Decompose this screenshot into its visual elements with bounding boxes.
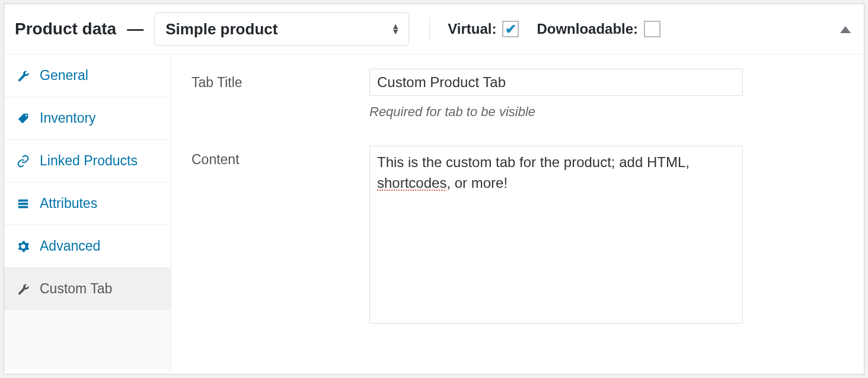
svg-rect-2 (18, 203, 28, 205)
panel-body: General Inventory Linked Products (4, 55, 864, 370)
tab-label: Advanced (40, 238, 100, 254)
product-type-select[interactable]: Simple product (154, 12, 409, 46)
tab-title-input[interactable] (369, 69, 743, 96)
virtual-label: Virtual: (448, 21, 496, 37)
content-textarea[interactable]: This is the custom tab for the product; … (369, 146, 743, 323)
tab-attributes[interactable]: Attributes (4, 182, 171, 225)
tab-title-description: Required for tab to be visible (369, 104, 743, 120)
content-label: Content (192, 146, 369, 168)
svg-rect-3 (18, 206, 28, 208)
panel-header: Product data — Simple product ▲▼ Virtual… (4, 4, 864, 55)
tab-label: Custom Tab (40, 281, 112, 297)
link-icon (16, 154, 30, 168)
virtual-option: Virtual: (448, 21, 519, 37)
panel-title: Product data (15, 20, 116, 39)
tag-icon (16, 111, 30, 126)
downloadable-label: Downloadable: (537, 21, 638, 37)
tab-content: Tab Title Required for tab to be visible… (171, 55, 864, 370)
list-icon (16, 197, 30, 211)
tab-advanced[interactable]: Advanced (4, 225, 171, 268)
wrench-icon (16, 69, 30, 83)
content-row: Content This is the custom tab for the p… (192, 146, 844, 323)
svg-marker-0 (840, 26, 851, 33)
tab-linked-products[interactable]: Linked Products (4, 140, 171, 182)
wrench-icon (16, 282, 30, 296)
gear-icon (16, 239, 30, 254)
product-data-panel: Product data — Simple product ▲▼ Virtual… (4, 4, 864, 374)
title-dash: — (127, 20, 143, 39)
tab-custom-tab[interactable]: Custom Tab (4, 268, 171, 310)
tab-label: General (40, 68, 88, 84)
tab-label: Linked Products (40, 153, 138, 169)
separator (429, 17, 430, 41)
tab-title-row: Tab Title Required for tab to be visible (192, 69, 844, 120)
tab-label: Inventory (40, 110, 96, 126)
product-data-tabs: General Inventory Linked Products (4, 55, 171, 370)
downloadable-checkbox[interactable] (644, 21, 660, 37)
tab-label: Attributes (40, 196, 97, 212)
svg-rect-1 (18, 199, 28, 201)
downloadable-option: Downloadable: (537, 21, 660, 37)
tab-inventory[interactable]: Inventory (4, 97, 171, 140)
tab-general[interactable]: General (4, 55, 171, 97)
product-type-select-wrap: Simple product ▲▼ (154, 12, 409, 46)
virtual-checkbox[interactable] (502, 21, 519, 37)
collapse-toggle-icon[interactable] (840, 22, 851, 36)
tab-title-label: Tab Title (192, 69, 369, 91)
